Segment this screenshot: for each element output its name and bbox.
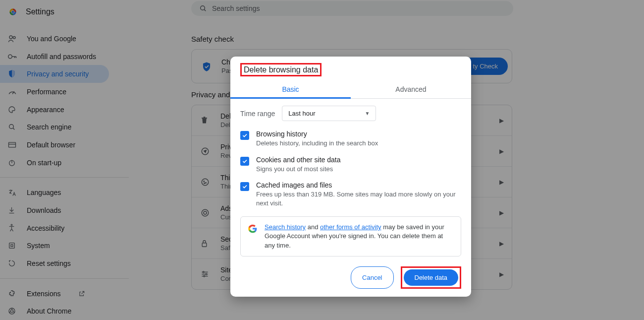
checkbox-checked-icon[interactable] — [240, 131, 249, 140]
modal-tabs: Basic Advanced — [230, 81, 471, 99]
chevron-down-icon: ▼ — [365, 111, 370, 116]
checkbox-checked-icon[interactable] — [240, 182, 249, 191]
check-title: Cookies and other site data — [256, 156, 340, 164]
other-activity-link[interactable]: other forms of activity — [320, 223, 381, 231]
check-browsing-history[interactable]: Browsing historyDeletes history, includi… — [230, 126, 471, 152]
tab-advanced[interactable]: Advanced — [351, 81, 471, 98]
cancel-button[interactable]: Cancel — [351, 266, 393, 289]
info-text: Search history and other forms of activi… — [265, 223, 454, 250]
google-account-info: Search history and other forms of activi… — [240, 216, 461, 256]
highlight-box: Delete data — [401, 266, 462, 289]
check-cookies[interactable]: Cookies and other site dataSigns you out… — [230, 152, 471, 178]
time-range-row: Time range Last hour ▼ — [230, 99, 471, 126]
tab-basic[interactable]: Basic — [230, 81, 351, 99]
check-title: Browsing history — [256, 130, 378, 138]
check-sub: Deletes history, including in the search… — [256, 139, 378, 148]
highlight-box: Delete browsing data — [240, 63, 322, 76]
check-sub: Frees up less than 319 MB. Some sites ma… — [256, 190, 461, 207]
check-sub: Signs you out of most sites — [256, 165, 340, 174]
modal-title: Delete browsing data — [230, 57, 471, 74]
time-range-value: Last hour — [288, 110, 315, 117]
checkbox-checked-icon[interactable] — [240, 157, 249, 166]
search-history-link[interactable]: Search history — [265, 223, 306, 231]
delete-data-button[interactable]: Delete data — [404, 269, 459, 286]
delete-browsing-data-modal: Delete browsing data Basic Advanced Time… — [230, 57, 471, 297]
google-logo-icon — [248, 224, 258, 234]
check-title: Cached images and files — [256, 181, 461, 189]
time-range-label: Time range — [240, 110, 275, 118]
time-range-select[interactable]: Last hour ▼ — [282, 106, 376, 121]
modal-actions: Cancel Delete data — [230, 261, 471, 291]
check-cached[interactable]: Cached images and filesFrees up less tha… — [230, 177, 471, 211]
